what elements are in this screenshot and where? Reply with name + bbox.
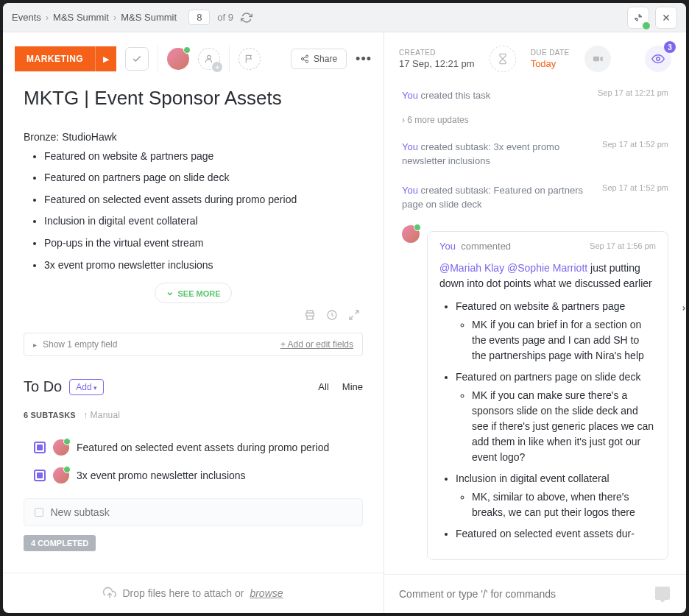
subtask-row[interactable]: Featured on selected event assets during… [24,433,363,461]
tab-all[interactable]: All [318,381,328,392]
minimize-button[interactable] [627,7,649,29]
priority-flag[interactable] [239,48,261,70]
right-pane: CREATED 17 Sep, 12:21 pm DUE DATE Today … [384,32,686,613]
dropzone[interactable]: Drop files here to attach or browse [3,573,384,613]
comment-input-bar [384,574,686,613]
status-next[interactable]: ▶ [95,46,116,71]
comment-avatar[interactable] [402,225,420,243]
svg-rect-9 [593,57,599,62]
svg-point-3 [306,60,308,63]
subtask-avatar[interactable] [53,439,69,456]
history-icon[interactable] [326,309,338,321]
description[interactable]: Bronze: StudioHawk Featured on website &… [24,130,363,272]
desc-item: Featured on website & partners page [44,149,363,164]
bc-events[interactable]: Events [12,12,41,23]
toolbar: MARKETING ▶ + Shar [3,32,384,81]
comment-input[interactable] [399,588,654,600]
subtask-count: 6 SUBTASKS [24,411,76,419]
comment-wrap: You commented Sep 17 at 1:56 pm @Mariah … [402,225,668,566]
comment-author: You [439,241,456,252]
expand-panel-chevron[interactable] [679,297,689,319]
expand-icon[interactable] [348,309,360,321]
svg-point-2 [302,58,304,60]
divider [229,46,230,72]
complete-check[interactable] [125,47,149,71]
topbar-right [627,7,677,29]
cb-subitem: MK if you can make sure there's a sponso… [472,388,656,465]
cb-subitem: MK, similar to above, when there's break… [472,489,656,520]
comment-icon[interactable] [654,585,671,603]
due-label: DUE DATE [531,49,570,57]
completed-badge[interactable]: 4 COMPLETED [24,535,96,551]
new-subtask[interactable] [24,498,363,526]
breadcrumb: Events › M&S Summit › M&S Summit [12,12,177,23]
bc-summit1[interactable]: M&S Summit [53,12,109,23]
comment-verb: commented [461,241,511,252]
created-col: CREATED 17 Sep, 12:21 pm [399,49,475,69]
close-button[interactable] [655,7,677,29]
tab-mine[interactable]: Mine [342,381,363,392]
svg-point-0 [208,55,211,59]
drop-text: Drop files here to attach or [122,587,244,599]
add-subtask-button[interactable]: Add [69,379,104,395]
desc-list: Featured on website & partners page Feat… [44,149,363,273]
task-title[interactable]: MKTG | Event Sponsor Assets [24,87,363,110]
task-modal: Events › M&S Summit › M&S Summit 8 of 9 … [3,3,686,613]
see-more-button[interactable]: SEE MORE [155,283,231,303]
mention[interactable]: @Sophie Marriott [507,262,587,274]
cb-item: Featured on website & partners page [456,300,625,312]
mention[interactable]: @Mariah Klay [439,262,504,274]
activity-feed: You created this task Sep 17 at 12:21 pm… [384,81,686,574]
comment-body: @Mariah Klay @Sophie Marriott just putti… [428,255,668,559]
cb-item: Featured on selected event assets dur- [456,528,635,539]
cb-item: Inclusion in digital event collateral [456,472,610,484]
svg-marker-10 [600,57,602,62]
subtask-title: 3x event promo newsletter inclusions [77,470,246,481]
due-col[interactable]: DUE DATE Today [531,49,570,69]
page-number[interactable]: 8 [188,10,210,25]
comment-box: You commented Sep 17 at 1:56 pm @Mariah … [427,231,668,560]
subtask-check[interactable] [34,442,46,453]
activity-line: You created subtask: Featured on partner… [402,176,668,219]
share-label: Share [314,54,337,64]
subtask-row[interactable]: 3x event promo newsletter inclusions [24,461,363,489]
time-estimate[interactable] [490,46,516,72]
more-menu[interactable]: ••• [356,52,372,67]
divider [158,46,158,72]
status-main[interactable]: MARKETING [15,46,95,71]
act-time: Sep 17 at 1:52 pm [602,140,668,149]
bc-summit2[interactable]: M&S Summit [121,12,177,23]
svg-line-4 [303,57,306,58]
desc-item: Featured on partners page on slide deck [44,171,363,185]
desc-heading: Bronze: StudioHawk [24,130,363,145]
browse-link[interactable]: browse [250,587,283,599]
status-button: MARKETING ▶ [15,46,116,71]
refresh-icon[interactable] [241,12,252,24]
act-time: Sep 17 at 1:52 pm [602,183,668,192]
due-value: Today [531,58,570,69]
comment-time: Sep 17 at 1:56 pm [590,241,656,250]
subtask-check[interactable] [34,470,46,481]
desc-item: Pop-ups in the virtual event stream [44,236,363,251]
add-assignee[interactable]: + [198,48,220,70]
video-icon[interactable] [584,46,611,72]
custom-fields-bar[interactable]: ▸ Show 1 empty field + Add or edit field… [24,333,363,356]
share-button[interactable]: Share [291,49,347,69]
created-label: CREATED [399,49,475,57]
add-edit-fields[interactable]: + Add or edit fields [280,339,353,350]
subtask-avatar[interactable] [53,467,69,484]
plus-icon: + [212,62,222,72]
svg-rect-7 [307,316,313,319]
print-icon[interactable] [304,309,316,321]
bc-sep: › [46,12,49,23]
act-you: You [402,90,418,101]
sort-link[interactable]: ↑ Manual [83,410,120,420]
assignee-avatar[interactable] [167,48,189,70]
act-text: created subtask: Featured on partners pa… [402,185,583,210]
act-you: You [402,185,418,196]
watchers[interactable]: 3 [645,46,671,72]
new-subtask-input[interactable] [51,506,353,518]
desc-item: 3x event promo newsletter inclusions [44,258,363,273]
left-pane: MARKETING ▶ + Shar [3,32,384,613]
more-updates[interactable]: 6 more updates [402,110,668,132]
